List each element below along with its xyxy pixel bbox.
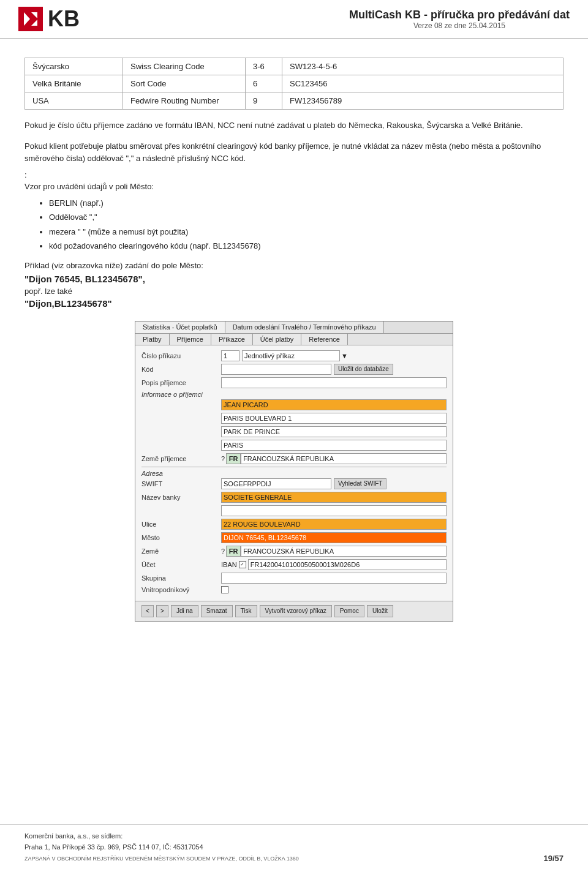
kb-logo-red-square — [18, 7, 43, 31]
bullet-item: kód požadovaného clearingového kódu (nap… — [49, 239, 564, 253]
logo-kb: KB — [18, 6, 80, 32]
sc-zeme-prijemce-label: Země příjemce — [141, 455, 221, 462]
footer-address: Praha 1, Na Příkopě 33 čp. 969, PSČ 114 … — [24, 842, 299, 853]
bullet-item: BERLIN (např.) — [49, 196, 564, 210]
sc-nav-ulozit[interactable]: Uložit — [367, 605, 393, 617]
kb-text: KB — [48, 6, 80, 32]
sc-recipient-field-4[interactable]: PARIS — [221, 440, 447, 451]
table-cell-country: Švýcarsko — [25, 58, 123, 75]
sc-mesto-label: Město — [141, 534, 221, 541]
sc-vnitropodnikovy-checkbox[interactable] — [221, 586, 228, 593]
sc-zeme-question[interactable]: ? — [221, 455, 225, 462]
sc-nav-prev[interactable]: < — [141, 605, 154, 617]
sc-cislo-row: Číslo příkazu 1 Jednotlivý příkaz ▼ — [141, 350, 447, 361]
sc-recipient-row-1: JEAN PICARD — [141, 399, 447, 410]
sc-tab-prijemce[interactable]: Příjemce — [170, 334, 211, 345]
sc-cislo-label: Číslo příkazu — [141, 352, 221, 359]
footer-company: Komerční banka, a.s., se sídlem: — [24, 831, 299, 842]
sc-recipient-field-2[interactable]: PARIS BOULEVARD 1 — [221, 413, 447, 424]
sc-nav-pomoc[interactable]: Pomoc — [334, 605, 364, 617]
table-row: Švýcarsko Swiss Clearing Code 3-6 SW123-… — [25, 58, 564, 75]
sc-mesto-field[interactable]: DIJON 76545, BL12345678 — [221, 532, 447, 543]
sc-ulozit-btn[interactable]: Uložit do databáze — [334, 364, 393, 375]
sc-tab-reference[interactable]: Reference — [301, 334, 348, 345]
sc-fr-box-prijemce[interactable]: FR — [226, 453, 241, 464]
sc-iban-field[interactable]: FR14200410100050500013M026D6 — [248, 559, 447, 570]
table-cell-code: SC123456 — [282, 75, 564, 92]
clearing-table: Švýcarsko Swiss Clearing Code 3-6 SW123-… — [24, 58, 564, 110]
main-content: Švýcarsko Swiss Clearing Code 3-6 SW123-… — [0, 39, 588, 646]
sc-ucet-row: Účet IBAN ✓ FR14200410100050500013M026D6 — [141, 559, 447, 570]
priklad-value2: "Dijon,BL12345678" — [24, 298, 564, 309]
table-cell-label: Sort Code — [123, 75, 246, 92]
sc-recipient-field-1[interactable]: JEAN PICARD — [221, 399, 447, 410]
sc-swift-row: SWIFT SOGEFRPPDIJ Vyhledat SWIFT — [141, 478, 447, 489]
sc-tab-platby[interactable]: Platby — [135, 334, 170, 345]
sc-nav-smazat[interactable]: Smazat — [201, 605, 233, 617]
sc-iban-checkbox[interactable]: ✓ — [239, 561, 246, 568]
sc-ulice-label: Ulice — [141, 521, 221, 528]
sc-swift-field[interactable]: SOGEFRPPDIJ — [221, 478, 331, 489]
sc-popis-label: Popis příjemce — [141, 379, 221, 386]
sc-recipient-row-2: PARIS BOULEVARD 1 — [141, 413, 447, 424]
table-cell-label: Fedwire Routing Number — [123, 92, 246, 110]
sc-fr-box-zeme[interactable]: FR — [226, 546, 241, 557]
sc-tabs-top: Statistika - Účet poplatků Datum odeslán… — [135, 322, 453, 334]
bullet-item: mezera " " (může a nemusí být použita) — [49, 225, 564, 239]
bullet-item: Oddělovač "," — [49, 210, 564, 224]
sc-popis-field[interactable] — [221, 377, 447, 388]
table-cell-code: SW123-4-5-6 — [282, 58, 564, 75]
sc-empty-field[interactable] — [221, 505, 447, 516]
table-cell-country: Velká Británie — [25, 75, 123, 92]
priklad-suffix: ", — [138, 274, 145, 284]
sc-mesto-row: Město DIJON 76545, BL12345678 — [141, 532, 447, 543]
sc-zeme-row: Země ? FR FRANCOUZSKÁ REPUBLIKA — [141, 546, 447, 557]
sc-tab-prikazce[interactable]: Příkazce — [211, 334, 253, 345]
sc-skupina-row: Skupina — [141, 573, 447, 584]
footer-registry: ZAPSANÁ V OBCHODNÍM REJSTŘÍKU VEDENÉM MĚ… — [24, 854, 299, 863]
header-title-main: MultiCash KB - příručka pro předávání da… — [349, 9, 570, 21]
header-title-sub: Verze 08 ze dne 25.04.2015 — [349, 21, 570, 30]
sc-vnitropodnikovy-label: Vnitropodnikový — [141, 586, 221, 593]
sc-cislo-field[interactable]: 1 — [221, 350, 239, 361]
sc-swift-label: SWIFT — [141, 480, 221, 487]
sc-dropdown-arrow[interactable]: ▼ — [341, 352, 348, 359]
sc-nav-tisk[interactable]: Tisk — [235, 605, 257, 617]
table-row: USA Fedwire Routing Number 9 FW123456789 — [25, 92, 564, 110]
sc-ulice-field[interactable]: 22 ROUGE BOULEVARD — [221, 519, 447, 530]
table-cell-num: 3-6 — [246, 58, 282, 75]
sc-zeme-label: Země — [141, 547, 221, 555]
sc-separator-1 — [141, 467, 447, 467]
header-title-block: MultiCash KB - příručka pro předávání da… — [349, 9, 570, 30]
sc-empty-row — [141, 505, 447, 516]
sc-zeme-field[interactable]: FRANCOUZSKÁ REPUBLIKA — [241, 546, 447, 557]
body-paragraph: Pokud klient potřebuje platbu směrovat p… — [24, 140, 564, 166]
logo-area: KB — [18, 6, 80, 32]
sc-nazev-banky-field[interactable]: SOCIETE GENERALE — [221, 492, 447, 503]
sc-kod-row: Kód Uložit do databáze — [141, 364, 447, 375]
sc-nav-row: < > Jdi na Smazat Tisk Vytvořit vzorový … — [135, 601, 453, 621]
sc-nav-vzorovy[interactable]: Vytvořit vzorový příkaz — [260, 605, 332, 617]
table-row: Velká Británie Sort Code 6 SC123456 — [25, 75, 564, 92]
sc-zeme-prijemce-field[interactable]: FRANCOUZSKÁ REPUBLIKA — [241, 453, 447, 464]
sc-tab-ucel[interactable]: Účel platby — [253, 334, 301, 345]
page-header: KB MultiCash KB - příručka pro předávání… — [0, 0, 588, 39]
sc-tab-datum[interactable]: Datum odeslání Trvalého / Termínového př… — [225, 322, 384, 333]
sc-nazev-banky-row: Název banky SOCIETE GENERALE — [141, 492, 447, 503]
sc-skupina-label: Skupina — [141, 574, 221, 582]
sc-kod-field[interactable] — [221, 364, 331, 375]
sc-skupina-field[interactable] — [221, 573, 447, 584]
table-cell-country: USA — [25, 92, 123, 110]
sc-recipient-field-3[interactable]: PARK DE PRINCE — [221, 426, 447, 437]
sc-jednotlivy-field[interactable]: Jednotlivý příkaz — [242, 350, 340, 361]
sc-zeme-question2[interactable]: ? — [221, 547, 225, 555]
sc-vyhledat-swift-btn[interactable]: Vyhledat SWIFT — [334, 478, 386, 489]
note-text: Pokud je číslo účtu příjemce zadáno ve f… — [24, 119, 564, 132]
priklad-prefix: "Dijon 76545, BL12345678 — [24, 274, 138, 284]
sc-nav-next[interactable]: > — [156, 605, 168, 617]
sc-adresa-label: Adresa — [141, 470, 447, 477]
sc-nav-jdi[interactable]: Jdi na — [171, 605, 198, 617]
sc-tab-statistika[interactable]: Statistika - Účet poplatků — [135, 322, 225, 333]
sc-zeme-prijemce-row: Země příjemce ? FR FRANCOUZSKÁ REPUBLIKA — [141, 453, 447, 464]
priklad-value: "Dijon 76545, BL12345678", — [24, 274, 564, 284]
